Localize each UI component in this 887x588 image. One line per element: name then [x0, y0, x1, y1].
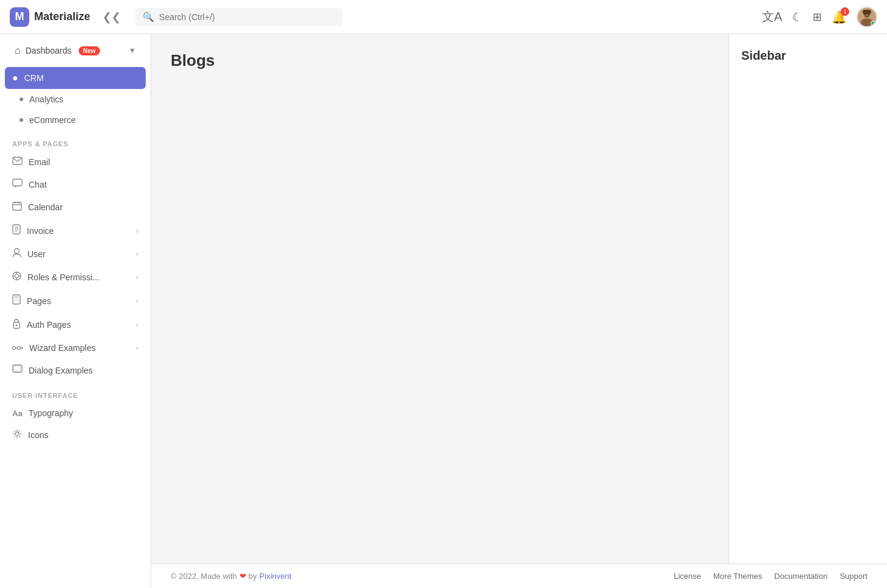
svg-rect-6 — [13, 157, 22, 165]
grid-icon: ⊞ — [813, 10, 822, 24]
app-layout: ⌂ Dashboards New ▼ ● CRM Analytics eComm… — [0, 34, 887, 588]
sidebar-item-auth[interactable]: Auth Pages › — [0, 313, 151, 337]
svg-line-46 — [14, 436, 15, 437]
footer-copyright-text: © 2022, Made with — [171, 572, 237, 581]
svg-point-32 — [18, 347, 21, 350]
svg-line-43 — [14, 431, 15, 432]
dialog-icon — [12, 364, 23, 377]
svg-point-30 — [13, 347, 16, 350]
dashboards-button[interactable]: ⌂ Dashboards New ▼ — [10, 41, 141, 60]
sidebar-item-icons[interactable]: Icons — [0, 423, 151, 447]
apps-section-label: APPS & PAGES — [0, 130, 151, 151]
sidebar-item-wizard[interactable]: Wizard Examples › — [0, 337, 151, 359]
svg-rect-37 — [14, 366, 21, 371]
user-icon — [12, 248, 21, 260]
svg-point-29 — [16, 325, 18, 327]
darkmode-icon: ☾ — [792, 10, 803, 24]
sidebar-item-crm-label: CRM — [24, 73, 44, 83]
home-icon: ⌂ — [15, 45, 21, 56]
main-content: Blogs — [151, 34, 728, 564]
user-chevron-icon: › — [136, 250, 138, 258]
ecommerce-dot-icon — [20, 118, 23, 122]
footer-links: License More Themes Documentation Suppor… — [674, 572, 867, 581]
sidebar-item-pages[interactable]: Pages › — [0, 289, 151, 313]
pages-chevron-icon: › — [136, 297, 138, 305]
analytics-dot-icon — [20, 97, 23, 101]
sidebar-item-ecommerce-label: eCommerce — [29, 115, 76, 125]
sidebar-item-invoice-label: Invoice — [27, 226, 54, 236]
translate-button[interactable]: 文A — [762, 9, 782, 25]
sidebar-item-analytics-label: Analytics — [29, 94, 63, 104]
wizard-chevron-icon: › — [136, 344, 138, 352]
roles-icon — [12, 271, 21, 283]
right-sidebar-title: Sidebar — [741, 49, 875, 63]
svg-rect-25 — [14, 296, 19, 297]
footer-link-documentation[interactable]: Documentation — [774, 572, 827, 581]
sidebar-item-invoice[interactable]: Invoice › — [0, 219, 151, 243]
brand: M Materialize — [10, 7, 90, 27]
sidebar-item-email[interactable]: Email — [0, 151, 151, 173]
dashboards-label: Dashboards — [26, 46, 72, 55]
svg-rect-9 — [13, 202, 21, 210]
avatar[interactable] — [857, 7, 877, 27]
sidebar-item-typography-label: Typography — [29, 408, 73, 418]
notification-badge: 1 — [841, 7, 849, 16]
main-area: Blogs Sidebar © 2022, Made with ❤ by Pix… — [151, 34, 887, 588]
translate-icon: 文A — [762, 9, 782, 25]
chat-icon — [12, 179, 23, 190]
sidebar-item-analytics[interactable]: Analytics — [0, 89, 151, 110]
sidebar: ⌂ Dashboards New ▼ ● CRM Analytics eComm… — [0, 34, 151, 588]
grid-button[interactable]: ⊞ — [813, 10, 822, 24]
collapse-button[interactable]: ❮❮ — [98, 8, 126, 26]
right-sidebar: Sidebar — [728, 34, 887, 564]
svg-line-35 — [21, 348, 23, 349]
sidebar-item-calendar-label: Calendar — [28, 202, 63, 212]
sidebar-item-user-label: User — [27, 249, 46, 259]
sidebar-item-auth-label: Auth Pages — [27, 320, 71, 330]
icons-icon — [12, 429, 22, 441]
footer-link-more-themes[interactable]: More Themes — [713, 572, 762, 581]
sidebar-item-crm[interactable]: ● CRM — [5, 67, 146, 89]
auth-icon — [12, 318, 21, 331]
sidebar-item-dialog[interactable]: Dialog Examples — [0, 359, 151, 382]
auth-chevron-icon: › — [136, 321, 138, 329]
sidebar-item-typography[interactable]: Aa Typography — [0, 403, 151, 423]
new-badge: New — [79, 46, 100, 55]
search-input[interactable] — [159, 12, 335, 22]
sidebar-item-pages-label: Pages — [27, 296, 51, 306]
invoice-icon — [12, 224, 21, 237]
svg-point-17 — [15, 249, 20, 253]
search-bar[interactable]: 🔍 — [135, 8, 343, 26]
svg-line-45 — [19, 431, 20, 432]
footer-copyright: © 2022, Made with ❤ by Pixinvent — [171, 572, 291, 581]
sidebar-item-calendar[interactable]: Calendar — [0, 196, 151, 219]
brand-name: Materialize — [34, 10, 90, 23]
sidebar-item-chat-label: Chat — [29, 180, 47, 190]
sidebar-item-ecommerce[interactable]: eCommerce — [0, 110, 151, 130]
svg-point-38 — [15, 432, 19, 436]
sidebar-header: ⌂ Dashboards New ▼ — [0, 34, 151, 67]
sidebar-item-roles[interactable]: Roles & Permissi... › — [0, 266, 151, 289]
avatar-online-indicator — [871, 21, 875, 26]
roles-chevron-icon: › — [136, 273, 138, 282]
sidebar-item-roles-label: Roles & Permissi... — [27, 272, 99, 282]
typography-icon: Aa — [12, 409, 23, 418]
sidebar-nav: ● CRM Analytics eCommerce APPS & PAGES E… — [0, 67, 151, 588]
darkmode-button[interactable]: ☾ — [792, 10, 803, 24]
chevron-down-icon: ▼ — [129, 46, 136, 55]
svg-point-19 — [15, 274, 19, 278]
footer-heart-icon: ❤ — [240, 572, 246, 581]
footer-link-support[interactable]: Support — [839, 572, 867, 581]
sidebar-item-wizard-label: Wizard Examples — [29, 343, 96, 353]
search-icon: 🔍 — [143, 12, 154, 23]
footer-link-license[interactable]: License — [674, 572, 701, 581]
wizard-icon — [12, 342, 23, 353]
svg-line-44 — [19, 436, 20, 437]
notification-button[interactable]: 🔔 1 — [832, 10, 847, 24]
sidebar-item-icons-label: Icons — [28, 430, 48, 440]
sidebar-item-dialog-label: Dialog Examples — [29, 366, 93, 375]
sidebar-item-user[interactable]: User › — [0, 243, 151, 266]
sidebar-item-chat[interactable]: Chat — [0, 173, 151, 196]
footer-author-link[interactable]: Pixinvent — [259, 572, 291, 581]
content-wrapper: Blogs Sidebar — [151, 34, 887, 564]
